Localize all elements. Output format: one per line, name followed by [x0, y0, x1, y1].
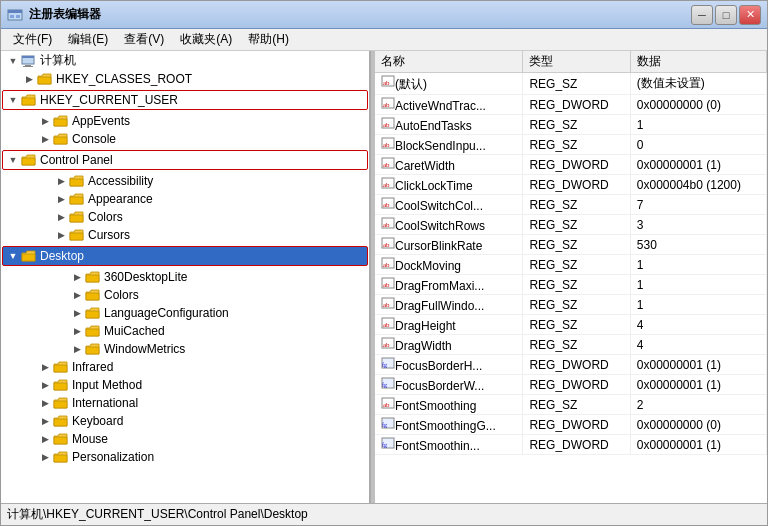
svg-text:fg: fg [382, 362, 387, 368]
svg-marker-45 [54, 419, 67, 426]
table-row[interactable]: abClickLockTimeREG_DWORD0x000004b0 (1200… [375, 175, 767, 195]
tree-item-mouse[interactable]: ▶ Mouse [1, 430, 369, 448]
table-row[interactable]: abDragWidthREG_SZ4 [375, 335, 767, 355]
expand-infrared[interactable]: ▶ [37, 359, 53, 375]
tree-item-keyboard[interactable]: ▶ Keyboard [1, 412, 369, 430]
table-row[interactable]: abCursorBlinkRateREG_SZ530 [375, 235, 767, 255]
tree-item-infrared[interactable]: ▶ Infrared [1, 358, 369, 376]
muicached-label: MuiCached [104, 324, 165, 338]
expand-console[interactable]: ▶ [37, 131, 53, 147]
menu-help[interactable]: 帮助(H) [240, 29, 297, 50]
svg-marker-33 [86, 311, 99, 318]
tree-item-console[interactable]: ▶ Console [1, 130, 369, 148]
reg-type: REG_SZ [523, 335, 630, 355]
expand-360desktop[interactable]: ▶ [69, 269, 85, 285]
tree-item-controlpanel[interactable]: ▼ Control Panel [2, 150, 368, 170]
folder-international-icon [53, 396, 69, 410]
desktop-container: ▼ Desktop [1, 245, 369, 267]
svg-marker-23 [70, 215, 83, 222]
expand-appearance[interactable]: ▶ [53, 191, 69, 207]
reg-name: abDragFullWindo... [375, 295, 523, 315]
expand-keyboard[interactable]: ▶ [37, 413, 53, 429]
tree-item-personalization[interactable]: ▶ Personalization [1, 448, 369, 466]
reg-name: abCoolSwitchRows [375, 215, 523, 235]
expand-accessibility[interactable]: ▶ [53, 173, 69, 189]
expand-international[interactable]: ▶ [37, 395, 53, 411]
tree-item-computer[interactable]: ▼ 计算机 [1, 51, 369, 70]
tree-item-360desktop[interactable]: ▶ 360DesktopLite [1, 268, 369, 286]
svg-marker-17 [22, 158, 35, 165]
minimize-button[interactable]: ─ [691, 5, 713, 25]
expand-mouse[interactable]: ▶ [37, 431, 53, 447]
window-icon [7, 7, 23, 23]
tree-item-appearance[interactable]: ▶ Appearance [1, 190, 369, 208]
tree-item-inputmethod[interactable]: ▶ Input Method [1, 376, 369, 394]
tree-item-muicached[interactable]: ▶ MuiCached [1, 322, 369, 340]
table-row[interactable]: abActiveWndTrac...REG_DWORD0x00000000 (0… [375, 95, 767, 115]
close-button[interactable]: ✕ [739, 5, 761, 25]
tree-item-cursors[interactable]: ▶ Cursors [1, 226, 369, 244]
table-row[interactable]: abDragFromMaxi...REG_SZ1 [375, 275, 767, 295]
tree-item-hkcu[interactable]: ▼ HKEY_CURRENT_USER [2, 90, 368, 110]
table-row[interactable]: ab(默认)REG_SZ(数值未设置) [375, 73, 767, 95]
expand-windowmetrics[interactable]: ▶ [69, 341, 85, 357]
reg-type: REG_DWORD [523, 155, 630, 175]
mouse-label: Mouse [72, 432, 108, 446]
table-row[interactable]: abCoolSwitchCol...REG_SZ7 [375, 195, 767, 215]
svg-marker-13 [54, 119, 67, 126]
tree-item-accessibility[interactable]: ▶ Accessibility [1, 172, 369, 190]
colors2-label: Colors [104, 288, 139, 302]
folder-inputmethod-icon [53, 378, 69, 392]
menu-bar: 文件(F) 编辑(E) 查看(V) 收藏夹(A) 帮助(H) [1, 29, 767, 51]
menu-edit[interactable]: 编辑(E) [60, 29, 116, 50]
expand-personalization[interactable]: ▶ [37, 449, 53, 465]
menu-view[interactable]: 查看(V) [116, 29, 172, 50]
tree-item-langconfig[interactable]: ▶ LanguageConfiguration [1, 304, 369, 322]
expand-hkcr[interactable]: ▶ [21, 71, 37, 87]
reg-data: (数值未设置) [630, 73, 766, 95]
tree-item-appevents[interactable]: ▶ AppEvents [1, 112, 369, 130]
reg-data: 1 [630, 295, 766, 315]
table-row[interactable]: fgFontSmoothingG...REG_DWORD0x00000000 (… [375, 415, 767, 435]
expand-controlpanel[interactable]: ▼ [5, 152, 21, 168]
reg-type: REG_SZ [523, 73, 630, 95]
menu-file[interactable]: 文件(F) [5, 29, 60, 50]
expand-muicached[interactable]: ▶ [69, 323, 85, 339]
expand-langconfig[interactable]: ▶ [69, 305, 85, 321]
table-row[interactable]: abDragHeightREG_SZ4 [375, 315, 767, 335]
tree-item-colors[interactable]: ▶ Colors [1, 208, 369, 226]
table-row[interactable]: abCaretWidthREG_DWORD0x00000001 (1) [375, 155, 767, 175]
tree-item-desktop[interactable]: ▼ Desktop [2, 246, 368, 266]
maximize-button[interactable]: □ [715, 5, 737, 25]
svg-marker-39 [54, 365, 67, 372]
expand-colors[interactable]: ▶ [53, 209, 69, 225]
table-row[interactable]: fgFocusBorderW...REG_DWORD0x00000001 (1) [375, 375, 767, 395]
tree-item-international[interactable]: ▶ International [1, 394, 369, 412]
table-row[interactable]: abFontSmoothingREG_SZ2 [375, 395, 767, 415]
table-row[interactable]: abDragFullWindo...REG_SZ1 [375, 295, 767, 315]
tree-item-colors2[interactable]: ▶ Colors [1, 286, 369, 304]
table-row[interactable]: abDockMovingREG_SZ1 [375, 255, 767, 275]
expand-colors2[interactable]: ▶ [69, 287, 85, 303]
svg-marker-15 [54, 137, 67, 144]
table-row[interactable]: abBlockSendInpu...REG_SZ0 [375, 135, 767, 155]
tree-panel[interactable]: ▼ 计算机 ▶ HKEY_CLASSES_ROOT [1, 51, 371, 503]
personalization-label: Personalization [72, 450, 154, 464]
tree-item-windowmetrics[interactable]: ▶ WindowMetrics [1, 340, 369, 358]
table-row[interactable]: fgFocusBorderH...REG_DWORD0x00000001 (1) [375, 355, 767, 375]
reg-data: 4 [630, 315, 766, 335]
expand-cursors[interactable]: ▶ [53, 227, 69, 243]
table-row[interactable]: abAutoEndTasksREG_SZ1 [375, 115, 767, 135]
international-label: International [72, 396, 138, 410]
expand-hkcu[interactable]: ▼ [5, 92, 21, 108]
table-row[interactable]: abCoolSwitchRowsREG_SZ3 [375, 215, 767, 235]
expand-inputmethod[interactable]: ▶ [37, 377, 53, 393]
reg-name: fgFocusBorderW... [375, 375, 523, 395]
reg-type: REG_SZ [523, 395, 630, 415]
expand-desktop[interactable]: ▼ [5, 248, 21, 264]
menu-favorites[interactable]: 收藏夹(A) [172, 29, 240, 50]
tree-item-hkcr[interactable]: ▶ HKEY_CLASSES_ROOT [1, 70, 369, 88]
expand-appevents[interactable]: ▶ [37, 113, 53, 129]
table-row[interactable]: fgFontSmoothin...REG_DWORD0x00000001 (1) [375, 435, 767, 455]
expand-computer[interactable]: ▼ [5, 53, 21, 69]
